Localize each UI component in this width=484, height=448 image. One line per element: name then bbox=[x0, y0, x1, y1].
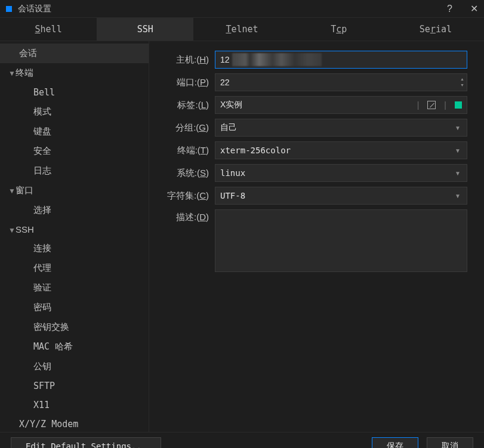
label-label: 标签:(L) bbox=[149, 100, 215, 111]
app-icon bbox=[6, 6, 12, 12]
tab-ssh[interactable]: SSH bbox=[97, 18, 193, 41]
sidebar-item-xyzmodem[interactable]: X/Y/Z Modem bbox=[0, 415, 149, 432]
tab-telnet[interactable]: Telnet bbox=[193, 18, 290, 41]
divider-icon: | bbox=[417, 100, 420, 110]
settings-sidebar: 会话 ▼终端 Bell 模式 键盘 安全 日志 ▼窗口 选择 ▼SSH 连接 代… bbox=[0, 41, 149, 432]
cancel-button[interactable]: 取消 bbox=[427, 437, 473, 449]
edit-icon[interactable] bbox=[427, 101, 436, 109]
sidebar-item-mode[interactable]: 模式 bbox=[0, 102, 149, 122]
tab-serial[interactable]: Serial bbox=[387, 18, 484, 41]
spinner-icon[interactable]: ▲▼ bbox=[460, 77, 464, 88]
sidebar-item-auth[interactable]: 验证 bbox=[0, 278, 149, 298]
caret-down-icon: ▼ bbox=[8, 226, 16, 234]
group-value: 自己 bbox=[220, 122, 237, 133]
host-redacted bbox=[232, 53, 322, 66]
desc-label: 描述:(D) bbox=[149, 209, 215, 223]
sidebar-item-security[interactable]: 安全 bbox=[0, 141, 149, 161]
tab-tcp[interactable]: Tcp bbox=[291, 18, 387, 41]
sidebar-item-mac-hash[interactable]: MAC 哈希 bbox=[0, 337, 149, 357]
group-label: 分组:(G) bbox=[149, 122, 215, 134]
system-label: 系统:(S) bbox=[149, 168, 215, 179]
window-title: 会话设置 bbox=[18, 4, 447, 14]
sidebar-item-select[interactable]: 选择 bbox=[0, 200, 149, 220]
sidebar-item-terminal[interactable]: ▼终端 bbox=[0, 63, 149, 83]
save-button[interactable]: 保存 bbox=[372, 437, 418, 449]
sidebar-item-log[interactable]: 日志 bbox=[0, 161, 149, 181]
terminal-select[interactable]: xterm-256color bbox=[215, 141, 467, 159]
charset-select[interactable]: UTF-8 bbox=[215, 187, 467, 205]
caret-down-icon: ▼ bbox=[8, 187, 16, 195]
tab-shell[interactable]: Shell bbox=[0, 18, 97, 41]
host-label: 主机:(H) bbox=[149, 54, 215, 66]
label-input[interactable]: X实例 | | bbox=[215, 96, 467, 114]
sidebar-item-keyexchange[interactable]: 密钥交换 bbox=[0, 317, 149, 337]
port-input[interactable]: 22 ▲▼ bbox=[215, 73, 467, 91]
sidebar-item-sftp[interactable]: SFTP bbox=[0, 376, 149, 396]
terminal-label: 终端:(T) bbox=[149, 145, 215, 156]
protocol-tabs: Shell SSH Telnet Tcp Serial bbox=[0, 18, 484, 41]
port-label: 端口:(P) bbox=[149, 77, 215, 88]
caret-down-icon: ▼ bbox=[8, 69, 16, 78]
label-value: X实例 bbox=[220, 100, 242, 110]
divider-icon: | bbox=[444, 100, 446, 110]
host-value-text: 12 bbox=[220, 55, 230, 64]
help-button[interactable]: ? bbox=[447, 4, 452, 14]
port-value: 22 bbox=[220, 78, 230, 87]
group-select[interactable]: 自己 bbox=[215, 119, 467, 137]
close-button[interactable]: ✕ bbox=[470, 3, 478, 14]
sidebar-item-keyboard[interactable]: 键盘 bbox=[0, 122, 149, 141]
title-bar: 会话设置 ? ✕ bbox=[0, 0, 484, 18]
host-input[interactable]: 12 bbox=[215, 51, 467, 69]
sidebar-item-bell[interactable]: Bell bbox=[0, 83, 149, 102]
sidebar-item-password[interactable]: 密码 bbox=[0, 298, 149, 317]
sidebar-item-pubkey[interactable]: 公钥 bbox=[0, 357, 149, 376]
charset-value: UTF-8 bbox=[220, 191, 245, 200]
edit-defaults-button[interactable]: Edit Default Settings... bbox=[11, 437, 161, 449]
sidebar-item-proxy[interactable]: 代理 bbox=[0, 258, 149, 278]
system-value: linux bbox=[220, 168, 245, 178]
dialog-footer: Edit Default Settings... 保存 取消 bbox=[0, 432, 484, 448]
desc-textarea[interactable] bbox=[215, 209, 467, 272]
sidebar-item-ssh[interactable]: ▼SSH bbox=[0, 220, 149, 239]
sidebar-item-connect[interactable]: 连接 bbox=[0, 239, 149, 258]
sidebar-item-x11[interactable]: X11 bbox=[0, 396, 149, 415]
sidebar-item-session[interactable]: 会话 bbox=[0, 44, 149, 63]
charset-label: 字符集:(C) bbox=[149, 190, 215, 202]
terminal-value: xterm-256color bbox=[220, 146, 291, 155]
system-select[interactable]: linux bbox=[215, 164, 467, 182]
color-swatch[interactable] bbox=[455, 101, 462, 109]
sidebar-item-window[interactable]: ▼窗口 bbox=[0, 181, 149, 200]
session-form: 主机:(H) 12 端口:(P) 22 ▲▼ 标签:(L) X实例 | bbox=[149, 41, 484, 432]
